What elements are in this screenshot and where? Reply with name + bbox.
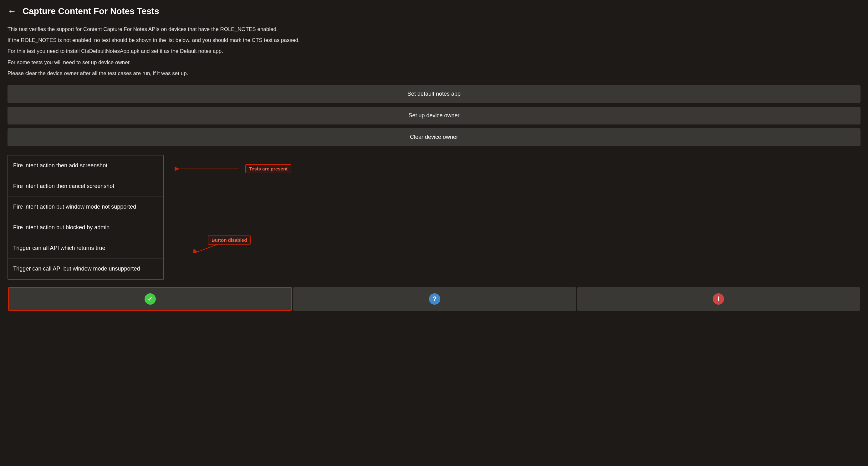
header: ← Capture Content For Notes Tests: [7, 6, 861, 16]
test-item-0[interactable]: Fire intent action then add screenshot: [8, 156, 163, 176]
test-item-2[interactable]: Fire intent action but window mode not s…: [8, 197, 163, 218]
test-item-1[interactable]: Fire intent action then cancel screensho…: [8, 176, 163, 197]
arrow-tests-present: [177, 164, 245, 174]
back-button[interactable]: ←: [7, 7, 16, 15]
fail-icon: !: [713, 293, 724, 305]
annotation-area: Tests are present Button disabled: [177, 155, 861, 261]
description-5: Please clear the device owner after all …: [7, 69, 861, 77]
test-item-5[interactable]: Trigger can call API but window mode uns…: [8, 259, 163, 279]
clear-device-owner-button[interactable]: Clear device owner: [7, 128, 861, 146]
description-2: If the ROLE_NOTES is not enabled, no tes…: [7, 36, 861, 44]
pass-button[interactable]: ✓: [8, 287, 292, 311]
fail-button[interactable]: !: [577, 287, 860, 311]
bottom-bar: ✓ ? !: [7, 287, 861, 311]
set-up-device-owner-button[interactable]: Set up device owner: [7, 107, 861, 125]
description-4: For some tests you will need to set up d…: [7, 58, 861, 67]
description-3: For this test you need to install CtsDef…: [7, 47, 861, 55]
tests-present-annotation: Tests are present: [177, 164, 291, 174]
pass-icon: ✓: [145, 293, 156, 305]
tests-present-label: Tests are present: [245, 164, 291, 173]
page-title: Capture Content For Notes Tests: [23, 6, 159, 16]
test-item-3[interactable]: Fire intent action but blocked by admin: [8, 218, 163, 238]
test-list-panel: Fire intent action then add screenshot F…: [7, 155, 164, 279]
button-disabled-annotation: Button disabled: [177, 235, 245, 254]
description-block: This test verifies the support for Conte…: [7, 25, 861, 77]
action-buttons-section: Set default notes app Set up device owne…: [7, 85, 861, 146]
description-1: This test verifies the support for Conte…: [7, 25, 861, 33]
set-default-notes-app-button[interactable]: Set default notes app: [7, 85, 861, 103]
info-button[interactable]: ?: [293, 287, 576, 311]
test-item-4[interactable]: Trigger can all API which returns true: [8, 238, 163, 259]
info-icon: ?: [429, 293, 440, 305]
button-disabled-label: Button disabled: [208, 235, 251, 244]
main-content: Fire intent action then add screenshot F…: [7, 155, 861, 279]
